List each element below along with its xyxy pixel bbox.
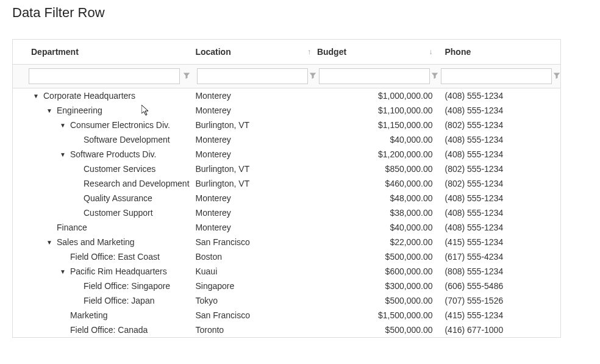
chevron-down-icon[interactable]: ▼ (32, 93, 40, 99)
department-label: Field Office: Canada (70, 325, 148, 335)
sort-asc-icon: ↑ (307, 48, 311, 56)
page-title: Data Filter Row (12, 5, 588, 21)
header-phone[interactable]: Phone (438, 40, 560, 64)
department-label: Sales and Marketing (57, 237, 135, 247)
cell-location: San Francisco (195, 310, 317, 320)
cell-budget: $460,000.00 (317, 179, 439, 188)
cell-department: ▼Consumer Electronics Div. (13, 120, 195, 130)
header-department[interactable]: Department (13, 40, 195, 64)
cell-location: Burlington, VT (195, 120, 317, 130)
department-label: Consumer Electronics Div. (70, 120, 170, 130)
filter-icon[interactable] (431, 72, 438, 81)
cell-budget: $1,000,000.00 (317, 91, 439, 101)
table-row[interactable]: ▼EngineeringMonterey$1,100,000.00(408) 5… (13, 103, 560, 118)
cell-budget: $850,000.00 (317, 164, 439, 174)
table-row[interactable]: Research and DevelopmentBurlington, VT$4… (13, 176, 560, 191)
cell-department: ▼Pacific Rim Headquarters (13, 266, 195, 276)
filter-icon[interactable] (553, 72, 560, 81)
chevron-down-icon[interactable]: ▼ (59, 151, 66, 158)
department-label: Software Products Div. (70, 149, 156, 159)
table-row[interactable]: Software DevelopmentMonterey$40,000.00(4… (13, 132, 560, 147)
department-label: Customer Services (84, 164, 155, 174)
cell-budget: $1,150,000.00 (317, 120, 439, 130)
cell-location: Tokyo (195, 296, 316, 305)
cell-phone: (408) 555-1234 (438, 208, 560, 218)
cell-phone: (802) 555-1234 (438, 120, 560, 130)
cell-location: Monterey (195, 105, 317, 115)
chevron-down-icon[interactable]: ▼ (46, 107, 53, 114)
cell-department: Customer Support (13, 208, 195, 218)
cell-location: Monterey (195, 223, 317, 232)
filter-icon[interactable] (181, 72, 192, 81)
cell-department: Quality Assurance (13, 193, 195, 203)
table-row[interactable]: Field Office: SingaporeSingapore$300,000… (13, 279, 560, 293)
table-row[interactable]: ▼Software Products Div.Monterey$1,200,00… (13, 147, 560, 162)
chevron-down-icon[interactable]: ▼ (59, 268, 66, 275)
cell-location: Monterey (195, 135, 316, 145)
header-budget[interactable]: Budget ↓ (317, 40, 439, 64)
header-location-label: Location (195, 47, 230, 57)
department-label: Marketing (70, 310, 107, 320)
cell-department: ▼Sales and Marketing (13, 237, 195, 247)
cell-phone: (415) 555-1234 (438, 237, 560, 247)
cell-location: Monterey (195, 193, 316, 203)
table-row[interactable]: Field Office: CanadaToronto$500,000.00(4… (13, 323, 560, 337)
cell-location: Toronto (195, 325, 317, 335)
header-phone-label: Phone (445, 47, 471, 57)
cell-budget: $300,000.00 (317, 281, 439, 291)
cell-department: Marketing (13, 310, 195, 320)
cell-location: Monterey (195, 208, 316, 218)
cell-department: Field Office: Canada (13, 325, 195, 335)
header-location[interactable]: Location ↑ (195, 40, 317, 64)
cell-phone: (415) 555-1234 (438, 310, 560, 320)
cell-location: Kuaui (195, 266, 317, 276)
cell-phone: (408) 555-1234 (438, 105, 560, 115)
table-row[interactable]: MarketingSan Francisco$1,500,000.00(415)… (13, 308, 560, 323)
cell-department: Field Office: East Coast (13, 252, 195, 262)
table-row[interactable]: ▼Corporate HeadquartersMonterey$1,000,00… (13, 88, 560, 103)
department-label: Software Development (84, 135, 170, 145)
cell-phone: (606) 555-5486 (438, 281, 560, 291)
sort-desc-icon: ↓ (429, 48, 432, 56)
table-row[interactable]: ▼Sales and MarketingSan Francisco$22,000… (13, 235, 560, 249)
table-row[interactable]: Field Office: East CoastBoston$500,000.0… (13, 249, 560, 264)
cell-phone: (416) 677-1000 (438, 325, 560, 335)
cell-phone: (617) 555-4234 (438, 252, 560, 262)
cell-phone: (707) 555-1526 (438, 296, 560, 305)
table-row[interactable]: Field Office: JapanTokyo$500,000.00(707)… (13, 293, 560, 308)
tree-grid: Department Location ↑ Budget ↓ Phone (12, 39, 561, 338)
table-row[interactable]: Customer SupportMonterey$38,000.00(408) … (13, 205, 560, 220)
chevron-down-icon[interactable]: ▼ (59, 122, 66, 129)
table-row[interactable]: Customer ServicesBurlington, VT$850,000.… (13, 162, 560, 176)
chevron-down-icon[interactable]: ▼ (46, 239, 53, 246)
header-budget-label: Budget (317, 47, 346, 57)
filter-phone-input[interactable] (441, 68, 552, 84)
cell-department: ▼Engineering (13, 105, 195, 115)
cell-phone: (408) 555-1234 (438, 223, 560, 232)
table-row[interactable]: ▼Pacific Rim HeadquartersKuaui$600,000.0… (13, 264, 560, 279)
cell-phone: (802) 555-1234 (438, 179, 560, 188)
table-row[interactable]: Quality AssuranceMonterey$48,000.00(408)… (13, 191, 560, 205)
cell-budget: $1,500,000.00 (317, 310, 439, 320)
cell-department: Field Office: Japan (13, 296, 195, 305)
cell-budget: $500,000.00 (317, 325, 439, 335)
filter-budget-input[interactable] (319, 68, 430, 84)
cell-phone: (408) 555-1234 (438, 91, 560, 101)
data-rows: ▼Corporate HeadquartersMonterey$1,000,00… (13, 88, 560, 337)
cell-location: Burlington, VT (195, 179, 316, 188)
cell-phone: (408) 555-1234 (438, 135, 560, 145)
department-label: Quality Assurance (84, 193, 152, 203)
cell-location: Boston (195, 252, 317, 262)
filter-department-input[interactable] (29, 68, 180, 84)
filter-location-input[interactable] (197, 68, 308, 84)
cell-location: Monterey (195, 149, 317, 159)
cell-budget: $40,000.00 (317, 135, 439, 145)
header-department-label: Department (31, 47, 79, 57)
table-row[interactable]: FinanceMonterey$40,000.00(408) 555-1234 (13, 220, 560, 235)
cell-location: Monterey (195, 91, 317, 101)
cell-budget: $1,100,000.00 (317, 105, 439, 115)
filter-icon[interactable] (309, 72, 316, 81)
table-row[interactable]: ▼Consumer Electronics Div.Burlington, VT… (13, 118, 560, 132)
cell-location: Singapore (195, 281, 316, 291)
cell-department: Research and Development (13, 179, 195, 188)
